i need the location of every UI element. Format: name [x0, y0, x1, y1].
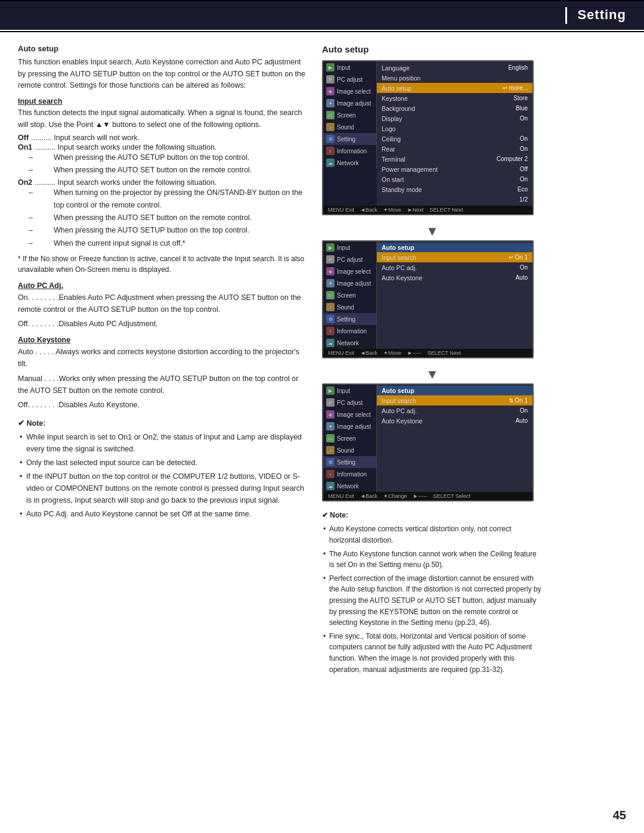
network-icon: ☁: [326, 159, 335, 167]
left-bullet-1: While Input search is set to On1 or On2,…: [18, 431, 310, 455]
on1-dash-2: When pressing the AUTO SET button on the…: [18, 164, 310, 176]
sidebar-imageadj-2: ✦ Image adjust: [323, 277, 376, 289]
sidebar-pc-3: P PC adjust: [323, 397, 376, 408]
auto-pc-on-desc: On. . . . . . . .Enables Auto PC Adjustm…: [18, 292, 310, 315]
auto-keystone-title: Auto Keystone: [18, 336, 310, 344]
imageadj-icon-2: ✦: [326, 279, 335, 287]
menu-sidebar-3: ▶ Input P PC adjust ◈ Image select ✦ Ima…: [323, 385, 377, 492]
on2-dash-2: When pressing the AUTO SET button on the…: [18, 212, 310, 224]
sidebar-sound-3: ♪ Sound: [323, 444, 376, 456]
input-icon: ▶: [326, 63, 335, 72]
image-icon-3: ◈: [326, 410, 335, 419]
menu-row-powermgmt: Power managementOff: [377, 164, 532, 174]
imageadj-icon: ✦: [326, 99, 335, 107]
right-column: Auto setup ▶ Input P PC adjust ◈ Image s…: [322, 44, 543, 675]
page-title: Setting: [577, 7, 626, 22]
menu-main-2: Auto setup Input search↵ On 1 Auto PC ad…: [377, 241, 532, 349]
on1-desc: .......... Input search works under the …: [35, 143, 216, 151]
sidebar-network-3: ☁ Network: [323, 480, 376, 492]
screen-icon: ▭: [326, 111, 335, 119]
left-column: Auto setup This function enables Input s…: [18, 44, 310, 675]
off-desc: .......... Input search will not work.: [31, 134, 140, 142]
sidebar-information-3: i Information: [323, 468, 376, 480]
network-icon-2: ☁: [326, 339, 335, 347]
menu-sidebar-2: ▶ Input P PC adjust ◈ Image select ✦ Ima…: [323, 241, 377, 349]
right-bullet-1: Auto Keystone corrects vertical distorti…: [322, 524, 543, 546]
menu-row-autopc-3: Auto PC adj.On: [377, 405, 532, 416]
sidebar-screen: ▭ Screen: [323, 109, 376, 121]
menu-screenshot-2: ▶ Input P PC adjust ◈ Image select ✦ Ima…: [322, 240, 534, 358]
input-icon-2: ▶: [326, 243, 335, 252]
menu-row-logo: Logo: [377, 123, 532, 134]
menu-row-autopc-2: Auto PC adj.On: [377, 262, 532, 272]
auto-pc-adj-title: Auto PC Adj.: [18, 281, 310, 290]
arrow-down-2: ▼: [322, 367, 543, 382]
imageadj-icon-3: ✦: [326, 422, 335, 431]
sidebar-network-2: ☁ Network: [323, 337, 376, 349]
sidebar-imagesel-3: ◈ Image select: [323, 408, 376, 420]
screen-icon-3: ▭: [326, 434, 335, 442]
image-icon-2: ◈: [326, 267, 335, 275]
image-icon: ◈: [326, 87, 335, 95]
auto-setup-title: Auto setup: [18, 44, 310, 53]
on2-desc: .......... Input search works under the …: [35, 178, 216, 187]
off-label: Off: [18, 134, 29, 142]
sidebar-screen-2: ▭ Screen: [323, 289, 376, 301]
menu-row-onstart: On startOn: [377, 174, 532, 184]
network-icon-3: ☁: [326, 482, 335, 490]
input-search-desc: This function detects the input signal a…: [18, 107, 310, 131]
sound-icon: ♪: [326, 123, 335, 131]
menu-row-keystone: KeystoneStore: [377, 93, 532, 103]
page-number: 45: [613, 809, 626, 822]
right-bullet-3: Perfect correction of the image distorti…: [322, 573, 543, 628]
right-bullet-4: Fine sync., Total dots, Horizontal and V…: [322, 631, 543, 675]
info-icon-2: i: [326, 327, 335, 335]
pc-icon: P: [326, 75, 335, 83]
menu-row-inputsearch-2: Input search↵ On 1: [377, 252, 532, 262]
setting-icon: ⚙: [326, 135, 335, 143]
menu-row-page: 1/2: [377, 194, 532, 205]
on1-dash-1: When pressing the AUTO SETUP button on t…: [18, 151, 310, 164]
sidebar-imagesel-2: ◈ Image select: [323, 265, 376, 277]
menu-screenshot-1: ▶ Input P PC adjust ◈ Image select ✦ Ima…: [322, 60, 534, 215]
sidebar-setting: ⚙ Setting: [323, 133, 376, 145]
on2-dash-1: When turning on the projector by pressin…: [18, 187, 310, 212]
menu-row-language: LanguageEnglish: [377, 63, 532, 73]
menu-row-terminal: TerminalComputer 2: [377, 154, 532, 164]
sidebar-setting-3: ⚙ Setting: [323, 456, 376, 468]
info-icon-3: i: [326, 470, 335, 478]
on2-dash-3: When pressing the AUTO SETUP button on t…: [18, 224, 310, 237]
screen-icon-2: ▭: [326, 291, 335, 299]
menu-title-3: Auto setup: [377, 386, 532, 395]
pc-icon-3: P: [326, 398, 335, 407]
sidebar-image-adjust: ✦ Image adjust: [323, 97, 376, 109]
auto-setup-desc: This function enables Input search, Auto…: [18, 57, 310, 91]
auto-desc: Auto . . . . . Always works and corrects…: [18, 346, 310, 370]
menu-row-ceiling: CeilingOn: [377, 134, 532, 144]
manual-desc: Manual . . . .Works only when pressing t…: [18, 373, 310, 397]
info-icon: i: [326, 147, 335, 155]
menu-main-3: Auto setup Input search⇅ On 1 Auto PC ad…: [377, 385, 532, 492]
left-bullet-3: If the INPUT button on the top control o…: [18, 470, 310, 506]
pc-icon-2: P: [326, 255, 335, 264]
sidebar-network: ☁ Network: [323, 157, 376, 169]
left-bullet-4: Auto PC Adj. and Auto Keystone cannot be…: [18, 508, 310, 520]
setting-icon-3: ⚙: [326, 458, 335, 466]
menu-row-inputsearch-3: Input search⇅ On 1: [377, 395, 532, 405]
sidebar-pc-2: P PC adjust: [323, 253, 376, 265]
menu-sidebar-1: ▶ Input P PC adjust ◈ Image select ✦ Ima…: [323, 61, 377, 169]
menu-row-menupos: Menu position: [377, 73, 532, 83]
input-icon-3: ▶: [326, 386, 335, 395]
input-search-title: Input search: [18, 97, 310, 106]
menu-row-autosetup: Auto setup↵ more...: [377, 83, 532, 93]
setting-icon-2: ⚙: [326, 315, 335, 323]
on2-dash-4: When the current input signal is cut off…: [18, 237, 310, 250]
sidebar-information-2: i Information: [323, 325, 376, 337]
sidebar-setting-2: ⚙ Setting: [323, 313, 376, 325]
on2-label: On2: [18, 178, 32, 187]
menu-row-standby: Standby modeEco: [377, 184, 532, 194]
sidebar-input: ▶ Input: [323, 61, 376, 73]
arrow-down-1: ▼: [322, 224, 543, 239]
right-bullet-2: The Auto Keystone function cannot work w…: [322, 549, 543, 571]
on1-label: On1: [18, 143, 32, 151]
